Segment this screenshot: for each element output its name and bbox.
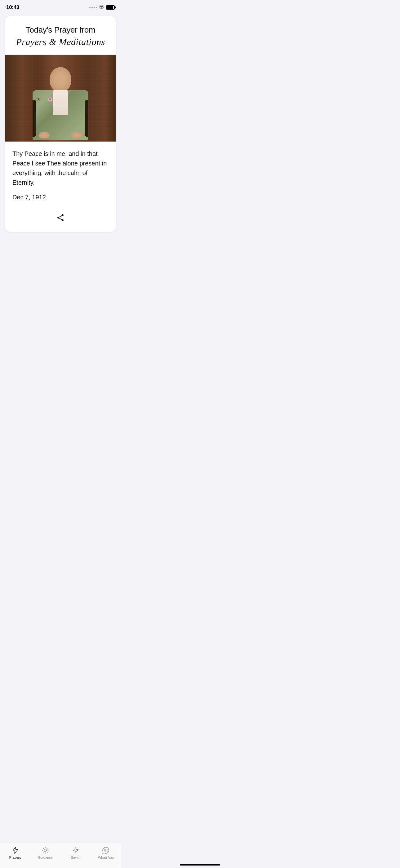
prayer-card: Today's Prayer from Prayers & Meditation… — [5, 16, 116, 232]
portrait-background — [5, 55, 116, 142]
share-container — [12, 208, 108, 226]
card-header: Today's Prayer from Prayers & Meditation… — [5, 16, 116, 55]
signal-icon — [89, 7, 97, 8]
card-image — [5, 55, 116, 142]
card-title-line2: Prayers & Meditations — [12, 35, 108, 49]
status-bar: 10:43 — [0, 0, 121, 13]
prayer-text: Thy Peace is in me, and in that Peace I … — [12, 149, 108, 187]
figure — [29, 67, 92, 142]
chair-arm-left — [33, 100, 36, 137]
hand-right — [71, 132, 82, 138]
figure-hands — [39, 132, 82, 138]
battery-icon — [106, 5, 115, 10]
hand-left — [39, 132, 49, 138]
figure-head — [49, 67, 71, 92]
svg-line-3 — [59, 215, 62, 217]
status-icons — [89, 5, 115, 10]
prayer-date: Dec 7, 1912 — [12, 194, 108, 201]
card-body: Thy Peace is in me, and in that Peace I … — [5, 142, 116, 232]
figure-body — [33, 90, 88, 140]
wifi-icon — [99, 6, 104, 10]
svg-point-1 — [57, 217, 59, 219]
svg-point-0 — [62, 214, 64, 216]
svg-line-4 — [59, 218, 62, 219]
chair-arm-right — [85, 100, 88, 137]
share-icon — [56, 213, 65, 222]
share-button[interactable] — [54, 211, 67, 224]
svg-point-2 — [62, 219, 64, 221]
main-content: Today's Prayer from Prayers & Meditation… — [0, 13, 121, 299]
status-time: 10:43 — [6, 4, 19, 10]
card-title-line1: Today's Prayer from — [12, 25, 108, 35]
